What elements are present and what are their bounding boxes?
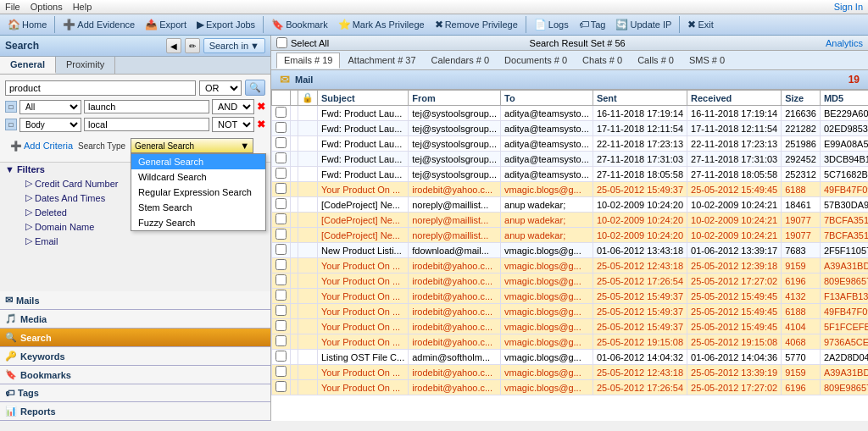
row-checkbox-cell[interactable] <box>272 350 291 365</box>
row-checkbox-cell[interactable] <box>272 197 291 213</box>
search-edit-button[interactable]: ✏ <box>185 38 200 53</box>
tab-chats[interactable]: Chats # 0 <box>575 52 630 68</box>
row-checkbox-cell[interactable] <box>272 289 291 304</box>
main-search-input[interactable] <box>5 80 196 96</box>
tab-documents[interactable]: Documents # 0 <box>497 52 575 68</box>
tab-general[interactable]: General <box>0 57 56 74</box>
search-type-option-stem[interactable]: Stem Search <box>131 200 265 215</box>
col-md5[interactable]: MD5 <box>820 91 868 106</box>
search-type-select[interactable]: General Search ▼ <box>131 138 253 153</box>
table-row[interactable]: Your Product On ... irodebit@yahoo.c... … <box>272 182 869 197</box>
row-checkbox[interactable] <box>275 137 287 148</box>
table-row[interactable]: Fwd: Product Lau... tej@systoolsgroup...… <box>272 152 869 167</box>
row-checkbox-cell[interactable] <box>272 182 291 197</box>
row-checkbox[interactable] <box>275 351 287 362</box>
row-checkbox[interactable] <box>275 335 287 346</box>
col-received[interactable]: Received <box>687 91 782 106</box>
row-checkbox[interactable] <box>275 259 287 270</box>
row-checkbox[interactable] <box>275 366 287 377</box>
search-back-button[interactable]: ◀ <box>166 38 181 53</box>
col-size[interactable]: Size <box>782 91 821 106</box>
main-op-select[interactable]: OR AND <box>199 80 242 96</box>
sign-in-link[interactable]: Sign In <box>834 2 863 12</box>
criteria-field-2[interactable]: Body All <box>19 118 81 132</box>
table-row[interactable]: Fwd: Product Lau... tej@systoolsgroup...… <box>272 167 869 182</box>
section-bookmarks[interactable]: 🔖 Bookmarks <box>0 366 270 384</box>
row-checkbox[interactable] <box>275 274 287 285</box>
criteria-delete-2[interactable]: ✖ <box>257 119 265 130</box>
table-row[interactable]: Your Product On ... irodebit@yahoo.c... … <box>272 380 869 395</box>
criteria-field-1[interactable]: All Body <box>19 100 81 114</box>
menu-options[interactable]: Options <box>31 2 63 12</box>
menu-file[interactable]: File <box>5 2 20 12</box>
row-checkbox[interactable] <box>275 213 287 224</box>
export-button[interactable]: 📤Export <box>141 17 191 32</box>
bookmark-button[interactable]: 🔖Bookmark <box>267 17 332 32</box>
col-from[interactable]: From <box>409 91 501 106</box>
section-search[interactable]: 🔍 Search <box>0 329 270 347</box>
row-checkbox-cell[interactable] <box>272 243 291 258</box>
update-ip-button[interactable]: 🔄Update IP <box>611 17 676 32</box>
table-row[interactable]: New Product Listi... fdownload@mail... v… <box>272 243 869 258</box>
row-checkbox[interactable] <box>275 290 287 301</box>
row-checkbox-cell[interactable] <box>272 380 291 395</box>
table-row[interactable]: [CodeProject] Ne... noreply@maillist... … <box>272 197 869 213</box>
tab-calendars[interactable]: Calendars # 0 <box>424 52 498 68</box>
criteria-input-1[interactable] <box>84 100 209 113</box>
row-checkbox-cell[interactable] <box>272 121 291 136</box>
search-type-option-fuzzy[interactable]: Fuzzy Search <box>131 215 265 230</box>
table-row[interactable]: Your Product On ... irodebit@yahoo.c... … <box>272 365 869 380</box>
table-row[interactable]: Your Product On ... irodebit@yahoo.c... … <box>272 274 869 289</box>
row-checkbox-cell[interactable] <box>272 304 291 319</box>
select-all-checkbox[interactable] <box>276 37 287 48</box>
mark-privilege-button[interactable]: ⭐Mark As Privilege <box>334 17 429 32</box>
search-in-button[interactable]: Search in ▼ <box>203 38 265 53</box>
logs-button[interactable]: 📄Logs <box>530 17 573 32</box>
criteria-delete-1[interactable]: ✖ <box>257 101 265 113</box>
row-checkbox[interactable] <box>275 198 287 209</box>
filter-email[interactable]: ▷ Email <box>0 234 270 248</box>
row-checkbox-cell[interactable] <box>272 334 291 350</box>
col-to[interactable]: To <box>501 91 593 106</box>
remove-privilege-button[interactable]: ✖Remove Privilege <box>431 17 522 32</box>
search-type-option-regex[interactable]: Regular Expression Search <box>131 185 265 200</box>
row-checkbox-cell[interactable] <box>272 213 291 228</box>
table-row[interactable]: Your Product On ... irodebit@yahoo.c... … <box>272 258 869 274</box>
row-checkbox-cell[interactable] <box>272 106 291 121</box>
section-keywords[interactable]: 🔑 Keywords <box>0 347 270 366</box>
search-go-button[interactable]: 🔍 <box>245 80 265 96</box>
col-subject[interactable]: Subject <box>318 91 409 106</box>
row-checkbox[interactable] <box>275 244 287 255</box>
search-type-option-general[interactable]: General Search <box>131 154 265 169</box>
row-checkbox-cell[interactable] <box>272 258 291 274</box>
criteria-input-2[interactable] <box>84 118 209 131</box>
row-checkbox-cell[interactable] <box>272 167 291 182</box>
tab-emails[interactable]: Emails # 19 <box>276 52 340 69</box>
table-row[interactable]: Your Product On ... irodebit@yahoo.c... … <box>272 319 869 334</box>
row-checkbox[interactable] <box>275 320 287 331</box>
menu-help[interactable]: Help <box>73 2 92 12</box>
tab-proximity[interactable]: Proximity <box>56 57 115 74</box>
row-checkbox-cell[interactable] <box>272 136 291 152</box>
tag-button[interactable]: 🏷Tag <box>575 17 610 32</box>
row-checkbox[interactable] <box>275 305 287 316</box>
row-checkbox-cell[interactable] <box>272 152 291 167</box>
tab-calls[interactable]: Calls # 0 <box>630 52 682 68</box>
row-checkbox[interactable] <box>275 183 287 194</box>
section-reports[interactable]: 📊 Reports <box>0 402 270 421</box>
row-checkbox[interactable] <box>275 229 287 240</box>
criteria-op-1[interactable]: AND OR NOT <box>212 99 254 114</box>
row-checkbox[interactable] <box>275 107 287 118</box>
row-checkbox-cell[interactable] <box>272 274 291 289</box>
table-row[interactable]: Fwd: Product Lau... tej@systoolsgroup...… <box>272 106 869 121</box>
add-evidence-button[interactable]: ➕Add Evidence <box>58 17 139 32</box>
table-row[interactable]: Fwd: Product Lau... tej@systoolsgroup...… <box>272 121 869 136</box>
row-checkbox-cell[interactable] <box>272 228 291 243</box>
add-criteria-button[interactable]: ➕ Add Criteria <box>10 141 73 152</box>
col-sent[interactable]: Sent <box>593 91 687 106</box>
section-media[interactable]: 🎵 Media <box>0 310 270 329</box>
row-checkbox-cell[interactable] <box>272 365 291 380</box>
home-button[interactable]: 🏠Home <box>3 17 51 32</box>
table-row[interactable]: Listing OST File C... admin@softholm... … <box>272 350 869 365</box>
row-checkbox[interactable] <box>275 168 287 179</box>
